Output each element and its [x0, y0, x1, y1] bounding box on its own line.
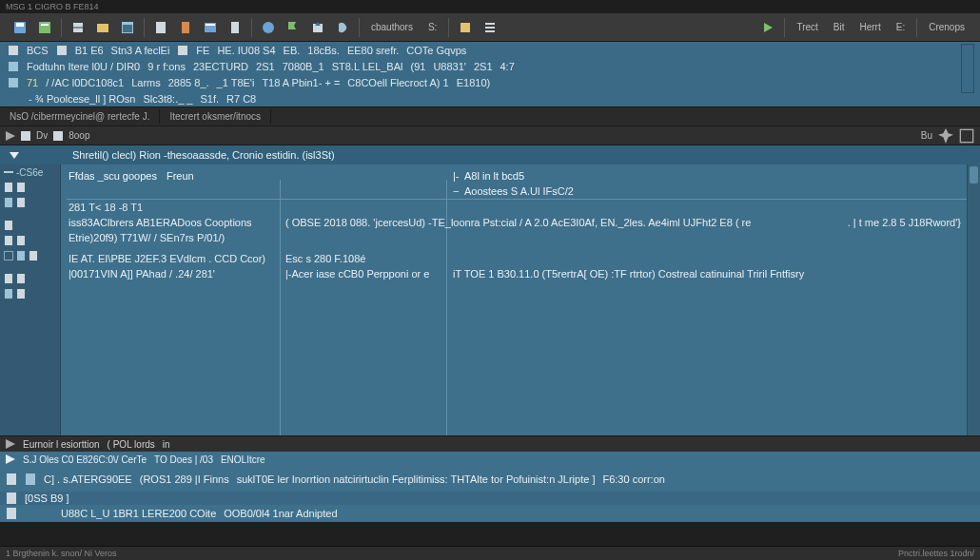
- col-header-3: A8l in lt bcd5: [464, 170, 524, 182]
- authors-label: cbauthors: [371, 22, 413, 32]
- console-row[interactable]: U88C L_U 1BR1 LERE200 COite OOB0/0l4 1na…: [0, 505, 980, 522]
- console-body: C] . s.ATERG90EE (ROS1 289 |I Finns sukl…: [0, 467, 980, 522]
- sync-icon[interactable]: [332, 17, 353, 38]
- svg-rect-3: [41, 24, 49, 26]
- svg-rect-10: [182, 22, 189, 33]
- svg-rect-21: [57, 46, 67, 55]
- disk-icon[interactable]: [10, 17, 30, 38]
- file-icon: [4, 274, 13, 283]
- ribbon-scrollbar[interactable]: [961, 44, 974, 93]
- list-icon[interactable]: [480, 17, 500, 38]
- node-icon: [8, 61, 19, 72]
- gutter-root[interactable]: -CS6e: [0, 164, 60, 180]
- e-button[interactable]: E:: [891, 17, 911, 38]
- panel-tab-dv[interactable]: Dv: [36, 130, 48, 141]
- flag-icon[interactable]: [283, 17, 304, 38]
- file-icon: [29, 251, 38, 261]
- console-header: Eurnoir l esiorttion ( POL lords in: [0, 436, 980, 452]
- tab-1[interactable]: NsO /ciberrmeycinel@ rertecfe J.: [0, 109, 160, 124]
- crenops-button[interactable]: Crenops: [923, 17, 970, 38]
- file-icon: [16, 183, 26, 192]
- svg-rect-26: [53, 131, 63, 141]
- data-row[interactable]: 281 T< 18 -8 T1: [61, 200, 980, 215]
- pin-icon[interactable]: [938, 128, 953, 144]
- file-icon: [4, 236, 13, 245]
- svg-rect-9: [156, 22, 166, 33]
- collapse-icon[interactable]: [6, 131, 15, 141]
- chevron-icon[interactable]: [6, 439, 15, 449]
- file-icon: [6, 508, 17, 519]
- column-header-row2: − Aoostees S A.Ul IFsC/2: [61, 183, 980, 199]
- svg-rect-12: [206, 24, 215, 26]
- root-label: -CS6e: [16, 167, 43, 178]
- chevron-down-icon[interactable]: [10, 150, 19, 160]
- scrollbar-thumb[interactable]: [970, 166, 978, 183]
- svg-rect-22: [178, 46, 187, 55]
- file-icon: [4, 289, 13, 299]
- panel-header: Dv 8oop Bu: [0, 126, 980, 145]
- run-icon[interactable]: [757, 17, 778, 38]
- editor-scrollbar[interactable]: [967, 164, 980, 435]
- checkbox[interactable]: [4, 251, 13, 261]
- svg-rect-33: [5, 221, 12, 230]
- file-icon: [16, 289, 26, 299]
- svg-rect-28: [4, 171, 13, 173]
- column-header-row: Ffdas _scu goopes Freun |- A8l in lt bcd…: [61, 168, 980, 183]
- title-bar: MSG 1 CIGRO B FE814: [0, 0, 980, 13]
- s-label: S:: [428, 22, 437, 32]
- square-icon: [21, 131, 30, 141]
- editor-body: -CS6e Ffdas _scu goopes Freun |- A8l in …: [0, 164, 980, 435]
- authors-button[interactable]: cbauthors: [365, 17, 419, 38]
- export-icon[interactable]: [307, 17, 328, 38]
- bit-button[interactable]: Bit: [828, 17, 851, 38]
- grid-icon[interactable]: [92, 17, 113, 38]
- sheet-icon[interactable]: [150, 17, 171, 38]
- editor-breadcrumb: Shretil() clecl) Rion -thesoaassde, Cron…: [0, 145, 980, 164]
- svg-point-14: [263, 22, 274, 33]
- svg-rect-25: [21, 131, 30, 141]
- svg-rect-35: [17, 236, 25, 245]
- svg-rect-1: [16, 23, 24, 27]
- svg-rect-6: [97, 24, 108, 32]
- chevron-icon[interactable]: [6, 454, 15, 464]
- trect-button[interactable]: Trect: [791, 17, 823, 38]
- globe-icon[interactable]: [258, 17, 279, 38]
- console-row[interactable]: [0SS B9 ]: [0, 492, 980, 505]
- data-row[interactable]: IE AT. EI\PBE J2EF.3 EVdlcm . CCD Ccor) …: [61, 251, 980, 266]
- editor-title-text: Shretil() clecl) Rion -thesoaassde, Cron…: [72, 149, 335, 161]
- window-title: MSG 1 CIGRO B FE814: [6, 2, 99, 11]
- tab-2[interactable]: Itecrert oksmer/itnocs: [160, 109, 271, 124]
- editor-content[interactable]: Ffdas _scu goopes Freun |- A8l in lt bcd…: [61, 164, 980, 435]
- s-button[interactable]: S:: [422, 17, 442, 38]
- data-row[interactable]: Etrie)20f9) T71W/ / SEn7rs P/01/): [61, 230, 980, 245]
- node-icon: [8, 77, 19, 88]
- svg-rect-19: [485, 30, 495, 32]
- svg-rect-34: [5, 236, 12, 245]
- bookmark-icon[interactable]: [175, 17, 196, 38]
- svg-rect-16: [461, 23, 470, 32]
- data-row[interactable]: iss83AClbrers AB1ERADoos Cooptions ( OBS…: [61, 215, 980, 230]
- window-icon[interactable]: [117, 17, 138, 38]
- maximize-icon[interactable]: [959, 128, 974, 144]
- terminal-icon[interactable]: [200, 17, 221, 38]
- page-icon[interactable]: [225, 17, 245, 38]
- minus-icon[interactable]: [4, 167, 13, 177]
- panel-right-label: Bu: [921, 130, 932, 141]
- svg-rect-43: [26, 473, 35, 485]
- col-header-1: Ffdas _scu goopes: [69, 168, 157, 183]
- svg-rect-36: [17, 251, 25, 261]
- stack-icon[interactable]: [68, 17, 88, 38]
- svg-rect-8: [123, 25, 132, 32]
- herrt-button[interactable]: Herrt: [854, 17, 887, 38]
- project-icon[interactable]: [34, 17, 55, 38]
- svg-rect-5: [73, 27, 83, 29]
- panel-tab-8oop[interactable]: 8oop: [69, 130, 89, 141]
- file-icon: [6, 492, 17, 504]
- ribbon-row-4: - ¾ Poolcese_ll ] ROsn Slc3t8:._ _ S1f. …: [0, 90, 980, 106]
- editor-area: Shretil() clecl) Rion -thesoaassde, Cron…: [0, 145, 980, 522]
- col-header-4: Aoostees S A.Ul IFsC/2: [464, 185, 574, 197]
- console-row[interactable]: C] . s.ATERG90EE (ROS1 289 |I Finns sukl…: [0, 467, 980, 492]
- panel-square-icon[interactable]: [455, 17, 476, 38]
- svg-rect-27: [960, 129, 972, 142]
- data-row[interactable]: |00171VIN A]] PAhad / .24/ 281' |-Acer i…: [61, 266, 980, 281]
